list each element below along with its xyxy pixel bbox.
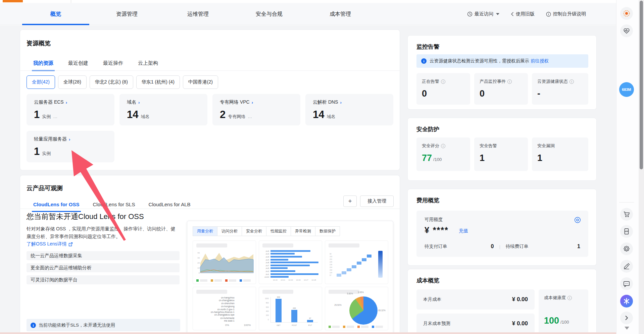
resource-tile-lightweight-server[interactable]: 轻量应用服务器› 1实例 [27, 131, 114, 162]
bottom-edge-strip [0, 332, 616, 334]
info-icon[interactable]: i [441, 79, 445, 84]
preview-tab-protection[interactable]: 数据保护 [315, 226, 340, 236]
feature-item: 更全面的云产品运维辅助分析 [27, 263, 180, 272]
info-icon[interactable]: i [507, 79, 512, 84]
tile-unit: 域名 [141, 114, 149, 120]
settings-button[interactable] [620, 242, 633, 255]
external-link-icon [68, 242, 73, 246]
filter-all[interactable]: 全部(42) [27, 75, 55, 89]
resource-tile-domain[interactable]: 域名› 14域名 [119, 94, 207, 125]
service-support-button[interactable] [620, 7, 633, 20]
nav-tab-security[interactable]: 安全与合规 [234, 3, 305, 25]
chat-icon [623, 280, 630, 287]
health-check-button[interactable] [620, 24, 633, 37]
scrollbar-track[interactable] [639, 0, 644, 334]
cart-button[interactable] [620, 208, 633, 221]
orange-service-icon [623, 10, 630, 17]
tab-cloudlens-oss[interactable]: CloudLens for OSS [33, 202, 80, 212]
mini-vbar-chart: 10008006004002000 930GET495POST97PUT [259, 287, 322, 330]
gradient-bar [378, 251, 383, 278]
chevron-right-icon: › [252, 100, 253, 105]
tile-count: 1 [34, 146, 40, 158]
info-icon[interactable]: i [569, 79, 574, 84]
mini-region-list: cn-hangzhoucn-zhangjiakoucn-shenzhencn-h… [193, 287, 256, 330]
mini-waterfall-chart: 9816320122523620416210457 [325, 240, 388, 284]
filter-beijing[interactable]: 华北2 (北京) (8) [90, 75, 133, 89]
divider [20, 70, 400, 71]
tile-unit: 专有网络 [228, 114, 245, 120]
preview-tab-security[interactable]: 安全分析 [242, 226, 266, 236]
nav-tab-cost[interactable]: 成本管理 [305, 3, 376, 25]
tab-cloudlens-alb[interactable]: CloudLens for ALB [148, 202, 190, 212]
tile-name: 云服务器 ECS [34, 99, 64, 105]
filter-hongkong[interactable]: 中国香港(2) [183, 75, 218, 89]
eye-icon[interactable] [574, 217, 581, 223]
pending-orders-label[interactable]: 待支付订单 [425, 243, 447, 249]
svg-text:40: 40 [197, 252, 200, 254]
preview-tab-anomaly[interactable]: 异常检测 [291, 226, 315, 236]
recent-visits-dropdown[interactable]: 最近访问 [467, 11, 499, 17]
go-authorize-link[interactable]: 前往授权 [531, 58, 549, 63]
oss-not-enabled-headline: 您当前暂未开通Cloud Lens for OSS [27, 212, 144, 222]
tab-recently-created[interactable]: 最近创建 [68, 60, 88, 71]
banner-text: 云资源健康状态检测云资源可用性，需授权后展示 [430, 58, 529, 63]
scroll-down-arrow-icon[interactable] [625, 327, 629, 330]
add-lens-button[interactable]: + [343, 196, 357, 207]
tab-recent-actions[interactable]: 最近操作 [103, 60, 123, 71]
filter-hangzhou[interactable]: 华东1 (杭州) (4) [136, 75, 180, 89]
nav-tab-ops[interactable]: 运维管理 [162, 3, 234, 25]
filter-global[interactable]: 全球(28) [58, 75, 87, 89]
chart-legend [196, 279, 251, 282]
info-icon[interactable]: i [441, 144, 445, 148]
cloud-observability-card: 云产品可观测 CloudLens for OSS CloudLens for S… [20, 175, 400, 334]
info-icon: i [31, 323, 36, 328]
oss-lens-details-label: 了解OSS Lens详情 [27, 241, 67, 247]
recharge-link[interactable]: 充值 [459, 228, 468, 234]
feedback-edit-button[interactable] [620, 260, 633, 273]
tile-name: 专有网络 VPC [220, 99, 250, 105]
top-nav: 概览 资源管理 运维管理 安全与合规 成本管理 最近访问 使用旧版 控制台升级说… [0, 3, 616, 25]
console-upgrade-link[interactable]: 控制台升级说明 [546, 11, 586, 17]
nav-tab-resource[interactable]: 资源管理 [91, 3, 162, 25]
renewal-orders-label[interactable]: 待续费订单 [506, 243, 529, 249]
tile-unit: 实例 [42, 151, 51, 157]
preview-tab-access[interactable]: 访问分析 [217, 226, 242, 236]
cost-health-tile: 成本健康度i 100/100 [539, 289, 588, 334]
traffic-badge[interactable]: 683M [619, 82, 634, 97]
browser-tab-strip [0, 0, 616, 3]
preview-tab-performance[interactable]: 性能监控 [266, 226, 291, 236]
use-legacy-link[interactable]: 使用旧版 [511, 11, 535, 17]
tab-my-resources[interactable]: 我的资源 [33, 60, 53, 71]
sls-dependency-text: 当前功能依赖于SLS，未开通无法使用 [39, 322, 115, 328]
chevron-right-icon: › [138, 100, 140, 105]
tile-count: 2 [220, 109, 226, 121]
cost-row-value: ¥ 0.00 [512, 320, 528, 327]
scrollbar-thumb[interactable] [640, 1, 643, 169]
oss-lens-details-link[interactable]: 了解OSS Lens详情 [27, 241, 73, 247]
chevron-right-icon [625, 315, 629, 321]
chat-support-button[interactable] [620, 277, 633, 290]
svg-text:30: 30 [197, 257, 200, 259]
tab-cloud-architecture[interactable]: 云上架构 [138, 60, 158, 71]
tab-cloudlens-sls[interactable]: CloudLens for SLS [93, 202, 135, 212]
monitoring-alerts-card: 监控告警 i 云资源健康状态检测云资源可用性，需授权后展示前往授权 正在告警i … [407, 35, 597, 110]
collapse-toolbar-button[interactable] [620, 312, 633, 324]
info-icon[interactable]: i [567, 296, 572, 300]
active-tab-indicator [3, 0, 23, 2]
svg-text:10: 10 [197, 267, 200, 269]
resource-tile-dns[interactable]: 云解析 DNS› 14域名 [305, 94, 393, 125]
nav-tab-overview[interactable]: 概览 [20, 3, 91, 25]
renewal-orders-value: 1 [577, 243, 580, 249]
mobile-app-button[interactable]: APP [620, 225, 633, 238]
resource-tile-vpc[interactable]: 专有网络 VPC› 2专有网络… [212, 94, 300, 125]
chart-title-placeholder [196, 243, 227, 247]
access-management-button[interactable]: 接入管理 [360, 196, 394, 207]
chevron-right-icon: › [340, 100, 341, 105]
chart-title-placeholder [262, 243, 293, 247]
resource-tile-ecs[interactable]: 云服务器 ECS› 1实例… [27, 94, 114, 125]
tile-name: 轻量应用服务器 [34, 136, 67, 142]
ai-assistant-button[interactable] [620, 295, 633, 308]
preview-tab-usage[interactable]: 用量分析 [193, 226, 217, 236]
billing-overview-card: 费用概览 可用额度 ¥ **** 充值 待支付订单 0 | 待续费订单 1 [407, 189, 597, 266]
tile-name: 云解析 DNS [313, 99, 338, 105]
